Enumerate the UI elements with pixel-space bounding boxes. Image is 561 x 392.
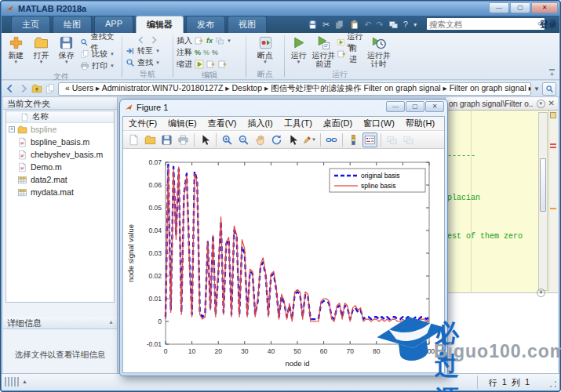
details-header[interactable]: 详细信息 ▲ <box>3 317 117 329</box>
figure-menu-help[interactable]: 帮助(H) <box>400 118 440 129</box>
insert-legend-button[interactable] <box>362 132 377 147</box>
editor-tab-dropdown-icon[interactable]: ▼ <box>537 100 545 108</box>
forward-icon[interactable] <box>149 35 158 45</box>
editor-tab-title[interactable]: on graph signal\Filter o... <box>449 100 534 108</box>
breadcrumb-dropdown-icon[interactable]: ▼ <box>534 85 540 93</box>
expand-icon[interactable]: + <box>9 126 15 132</box>
figure-minimize-button[interactable]: — <box>386 101 405 112</box>
close-button[interactable]: ✕ <box>531 2 558 13</box>
file-row-bspline-basis[interactable]: bspline_basis.m <box>6 136 114 148</box>
figure-plot[interactable]: 0102030405060708090100-0.0100.010.020.03… <box>124 150 443 372</box>
figure-canvas[interactable]: 0102030405060708090100-0.0100.010.020.03… <box>124 150 443 372</box>
open-button[interactable]: 打开▼ <box>29 35 53 64</box>
login-button[interactable]: 登录 <box>540 19 557 31</box>
redo-icon[interactable]: ↷ <box>376 20 383 30</box>
indent-button[interactable]: 缩进 <box>177 59 242 70</box>
wrap-comment-icon[interactable]: % <box>212 49 218 56</box>
statusbar-grip-caret-icon[interactable]: ▲ <box>22 379 27 384</box>
editor-code-area[interactable]: ------ placian est of them zero <box>446 111 558 293</box>
figure-menu-tools[interactable]: 工具(T) <box>279 118 318 129</box>
indent-right-icon[interactable] <box>206 60 216 69</box>
figure-menu-view[interactable]: 查看(V) <box>202 118 242 129</box>
help-icon[interactable]: ? <box>403 20 408 29</box>
paste-icon[interactable] <box>349 20 359 30</box>
nav-forward-icon[interactable] <box>18 83 29 94</box>
dock-figure-button[interactable] <box>401 132 416 147</box>
up-folder-icon[interactable] <box>31 83 42 94</box>
file-row-data2[interactable]: data2.mat <box>6 173 114 186</box>
doc-search-box[interactable] <box>426 17 545 31</box>
data-cursor-button[interactable] <box>286 132 301 147</box>
figure-restore-button[interactable]: ▢ <box>406 101 424 112</box>
insert-fx-icon[interactable]: fx <box>206 37 213 45</box>
figure-menu-window[interactable]: 窗口(W) <box>358 118 400 129</box>
editor-error-marker[interactable] <box>550 147 556 148</box>
uncomment-icon[interactable]: % <box>203 49 209 56</box>
folder-search-button[interactable] <box>542 82 556 96</box>
brush-data-button[interactable]: ▼ <box>302 132 317 147</box>
figure-menu-file[interactable]: 文件(F) <box>123 118 162 129</box>
name-column-header[interactable]: 名称 <box>6 111 114 123</box>
figure-title-bar[interactable]: Figure 1 — ▢ ✕ <box>120 100 447 115</box>
breadcrumb[interactable]: « Users ▸ Administrator.WIN7U-20180127Z … <box>58 82 531 96</box>
maximize-button[interactable]: ▢ <box>510 2 530 13</box>
tab-home[interactable]: 主页 <box>11 16 50 33</box>
browse-folder-icon[interactable] <box>45 83 56 94</box>
statusbar-grip-icon[interactable] <box>5 377 19 387</box>
breadcrumb-path[interactable]: « Users ▸ Administrator.WIN7U-20180127Z … <box>65 83 531 94</box>
save-button[interactable]: 保存▼ <box>55 35 78 64</box>
collapse-ribbon-icon[interactable]: ▲ <box>549 69 555 76</box>
file-row-mydata[interactable]: mydata.mat <box>6 186 114 198</box>
undo-icon[interactable]: ↶ <box>364 20 371 30</box>
editor-tab-close-icon[interactable]: ✕ <box>548 100 555 107</box>
editor-message-bar[interactable] <box>548 111 558 292</box>
tab-plots[interactable]: 绘图 <box>53 16 92 33</box>
insert-colorbar-button[interactable] <box>346 132 361 147</box>
run-and-time-button[interactable]: 运行并计时 <box>366 35 392 68</box>
smart-indent-icon[interactable] <box>195 60 204 69</box>
current-folder-header[interactable]: 当前文件夹 <box>3 97 117 110</box>
doc-search-input[interactable] <box>427 20 537 29</box>
resize-grip-icon[interactable] <box>549 380 557 388</box>
file-row-bspline[interactable]: + bspline <box>6 123 114 136</box>
tab-view[interactable]: 视图 <box>228 16 267 33</box>
figure-open-button[interactable] <box>143 132 158 147</box>
link-plot-button[interactable] <box>324 132 339 147</box>
rotate-3d-button[interactable] <box>269 132 284 147</box>
figure-menu-desktop[interactable]: 桌面(D) <box>318 118 358 129</box>
find-button[interactable]: 查找▼ <box>126 57 169 68</box>
file-row-chebyshev-basis[interactable]: chebyshev_basis.m <box>6 148 114 161</box>
save-icon[interactable] <box>308 20 318 30</box>
back-icon[interactable] <box>137 35 146 45</box>
comment-icon[interactable]: % <box>195 49 201 56</box>
editor-function-hint-icon[interactable]: ▼ <box>537 289 545 297</box>
new-button[interactable]: 新建▼ <box>4 35 27 64</box>
editor-warning-marker[interactable] <box>550 208 556 209</box>
minimize-button[interactable]: — <box>489 2 509 13</box>
goto-button[interactable]: 转至▼ <box>126 45 169 56</box>
comment-button[interactable]: 注释 % % % <box>177 47 242 58</box>
copy-icon[interactable] <box>334 20 344 30</box>
figure-print-button[interactable] <box>176 132 191 147</box>
figure-menu-insert[interactable]: 插入(I) <box>242 118 278 129</box>
insert-image-icon[interactable] <box>215 36 224 45</box>
indent-left-icon[interactable] <box>218 60 228 69</box>
find-files-button[interactable]: 查找文件 <box>80 37 118 48</box>
run-and-advance-button[interactable]: 运行并前进 <box>311 35 336 68</box>
figure-close-button[interactable]: ✕ <box>425 101 444 112</box>
nav-back-icon[interactable] <box>5 83 16 94</box>
print-button[interactable]: 打印▼ <box>80 60 118 71</box>
details-collapse-icon[interactable]: ▲ <box>108 319 114 325</box>
quick-access-dropdown-icon[interactable]: ▼ <box>413 22 418 27</box>
insert-button[interactable]: 插入 fx ▼ <box>177 35 242 46</box>
editor-scrollbar-thumb[interactable] <box>540 158 546 212</box>
tab-editor[interactable]: 编辑器 <box>136 16 184 33</box>
figure-new-button[interactable] <box>126 132 141 147</box>
switch-window-icon[interactable] <box>388 20 399 30</box>
tab-apps[interactable]: APP <box>94 16 133 33</box>
tab-publish[interactable]: 发布 <box>186 16 225 33</box>
editor-scrollbar[interactable] <box>538 112 548 291</box>
zoom-in-button[interactable] <box>220 132 235 147</box>
breakpoints-button[interactable]: 断点▼ <box>252 35 279 64</box>
advance-button[interactable]: 前进 <box>337 49 364 60</box>
